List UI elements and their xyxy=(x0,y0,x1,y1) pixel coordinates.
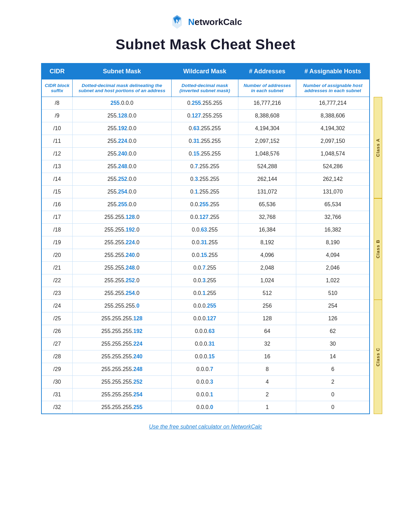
addresses-cell: 256 xyxy=(238,300,296,312)
subnet-table: CIDR Subnet Mask Wildcard Mask # Address… xyxy=(41,63,370,414)
logo-text: NetworkCalc xyxy=(188,17,242,27)
subnet-cell: 255.252.0.0 xyxy=(73,173,171,186)
table-container: Class A Class B Class C CIDR Subnet Mask… xyxy=(41,63,370,414)
svg-text:N: N xyxy=(176,18,180,25)
table-row: /20255.255.240.00.0.15.2554,0964,094 xyxy=(41,249,370,262)
cidr-cell: /20 xyxy=(41,249,73,262)
hosts-cell: 8,388,606 xyxy=(296,110,370,122)
table-row: /26255.255.255.1920.0.0.636462 xyxy=(41,325,370,338)
class-a-label: Class A xyxy=(374,97,382,198)
table-row: /28255.255.255.2400.0.0.151614 xyxy=(41,350,370,363)
subnet-cell: 255.255.252.0 xyxy=(73,274,171,287)
cidr-cell: /19 xyxy=(41,236,73,249)
addresses-cell: 131,072 xyxy=(238,186,296,198)
addresses-cell: 64 xyxy=(238,325,296,338)
table-row: /8255.0.0.00.255.255.25516,777,21616,777… xyxy=(41,97,370,110)
table-row: /30255.255.255.2520.0.0.342 xyxy=(41,376,370,388)
hosts-cell: 16,382 xyxy=(296,224,370,236)
addresses-cell: 512 xyxy=(238,287,296,300)
wildcard-cell: 0.0.0.127 xyxy=(171,312,238,325)
table-row: /21255.255.248.00.0.7.2552,0482,046 xyxy=(41,262,370,274)
table-row: /22255.255.252.00.0.3.2551,0241,022 xyxy=(41,274,370,287)
table-row: /9255.128.0.00.127.255.2558,388,6088,388… xyxy=(41,110,370,122)
hosts-cell: 2,097,150 xyxy=(296,135,370,148)
wildcard-cell: 0.3.255.255 xyxy=(171,173,238,186)
addresses-cell: 262,144 xyxy=(238,173,296,186)
table-row: /19255.255.224.00.0.31.2558,1928,190 xyxy=(41,236,370,249)
addresses-cell: 8,388,608 xyxy=(238,110,296,122)
addresses-cell: 32 xyxy=(238,338,296,350)
cidr-cell: /12 xyxy=(41,148,73,160)
subnet-cell: 255.240.0.0 xyxy=(73,148,171,160)
addresses-cell: 4,194,304 xyxy=(238,122,296,135)
addresses-cell: 8 xyxy=(238,363,296,376)
logo-icon: N xyxy=(169,14,185,30)
wildcard-cell: 0.0.0.1 xyxy=(171,388,238,401)
addresses-cell: 16,384 xyxy=(238,224,296,236)
subnet-cell: 255.255.128.0 xyxy=(73,211,171,224)
wildcard-cell: 0.7.255.255 xyxy=(171,160,238,173)
addresses-cell: 2,097,152 xyxy=(238,135,296,148)
class-b-label: Class B xyxy=(374,198,382,300)
subnet-cell: 255.255.240.0 xyxy=(73,249,171,262)
wildcard-cell: 0.0.0.7 xyxy=(171,363,238,376)
subheader-subnet: Dotted-decimal mask delineating the subn… xyxy=(73,79,171,97)
col-header-cidr: CIDR xyxy=(41,63,73,79)
hosts-cell: 8,190 xyxy=(296,236,370,249)
col-header-wildcard: Wildcard Mask xyxy=(171,63,238,79)
table-row: /29255.255.255.2480.0.0.786 xyxy=(41,363,370,376)
cidr-cell: /8 xyxy=(41,97,73,110)
subnet-cell: 255.255.248.0 xyxy=(73,262,171,274)
wildcard-cell: 0.0.127.255 xyxy=(171,211,238,224)
subheader-wildcard: Dotted-decimal mask (inverted subnet mas… xyxy=(171,79,238,97)
addresses-cell: 4 xyxy=(238,376,296,388)
subnet-cell: 255.255.254.0 xyxy=(73,287,171,300)
wildcard-cell: 0.0.1.255 xyxy=(171,287,238,300)
subnet-cell: 255.248.0.0 xyxy=(73,160,171,173)
hosts-cell: 6 xyxy=(296,363,370,376)
hosts-cell: 1,022 xyxy=(296,274,370,287)
table-row: /32255.255.255.2550.0.0.010 xyxy=(41,401,370,414)
cidr-cell: /16 xyxy=(41,198,73,211)
table-row: /25255.255.255.1280.0.0.127128126 xyxy=(41,312,370,325)
subnet-cell: 255.255.255.248 xyxy=(73,363,171,376)
cidr-cell: /27 xyxy=(41,338,73,350)
subnet-cell: 255.224.0.0 xyxy=(73,135,171,148)
cidr-cell: /9 xyxy=(41,110,73,122)
table-row: /17255.255.128.00.0.127.25532,76832,766 xyxy=(41,211,370,224)
hosts-cell: 4,194,302 xyxy=(296,122,370,135)
wildcard-cell: 0.15.255.255 xyxy=(171,148,238,160)
wildcard-cell: 0.31.255.255 xyxy=(171,135,238,148)
subnet-cell: 255.0.0.0 xyxy=(73,97,171,110)
subnet-cell: 255.255.255.255 xyxy=(73,401,171,414)
wildcard-cell: 0.0.31.255 xyxy=(171,236,238,249)
footer-link[interactable]: Use the free subnet calculator on Networ… xyxy=(149,424,262,430)
cidr-cell: /14 xyxy=(41,173,73,186)
addresses-cell: 2,048 xyxy=(238,262,296,274)
subheader-cidr: CIDR block suffix xyxy=(41,79,73,97)
subnet-cell: 255.255.255.254 xyxy=(73,388,171,401)
subnet-cell: 255.192.0.0 xyxy=(73,122,171,135)
hosts-cell: 126 xyxy=(296,312,370,325)
wildcard-cell: 0.0.255.255 xyxy=(171,198,238,211)
hosts-cell: 4,094 xyxy=(296,249,370,262)
addresses-cell: 2 xyxy=(238,388,296,401)
subnet-cell: 255.255.192.0 xyxy=(73,224,171,236)
logo-n: N xyxy=(188,17,195,27)
wildcard-cell: 0.255.255.255 xyxy=(171,97,238,110)
cidr-cell: /26 xyxy=(41,325,73,338)
table-row: /23255.255.254.00.0.1.255512510 xyxy=(41,287,370,300)
subheader-hosts: Number of assignable host addresses in e… xyxy=(296,79,370,97)
wildcard-cell: 0.0.0.31 xyxy=(171,338,238,350)
cidr-cell: /17 xyxy=(41,211,73,224)
cidr-cell: /10 xyxy=(41,122,73,135)
table-row: /12255.240.0.00.15.255.2551,048,5761,048… xyxy=(41,148,370,160)
table-subheader-row: CIDR block suffix Dotted-decimal mask de… xyxy=(41,79,370,97)
table-row: /11255.224.0.00.31.255.2552,097,1522,097… xyxy=(41,135,370,148)
table-row: /15255.254.0.00.1.255.255131,072131,070 xyxy=(41,186,370,198)
subnet-cell: 255.255.224.0 xyxy=(73,236,171,249)
footer-link-container[interactable]: Use the free subnet calculator on Networ… xyxy=(149,424,262,430)
addresses-cell: 1,048,576 xyxy=(238,148,296,160)
wildcard-cell: 0.63.255.255 xyxy=(171,122,238,135)
subnet-cell: 255.255.255.240 xyxy=(73,350,171,363)
